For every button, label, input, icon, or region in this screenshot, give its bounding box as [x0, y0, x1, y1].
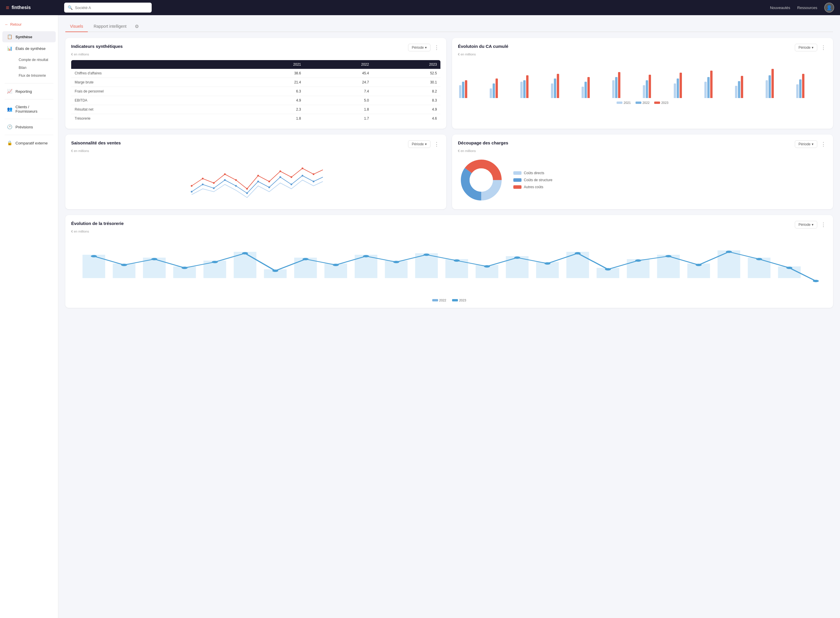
charges-subtitle: € en millions — [458, 149, 827, 153]
settings-gear-icon[interactable]: ⚙ — [135, 24, 139, 29]
legend-2022: 2022 — [636, 101, 650, 104]
saisonnalite-period-btn[interactable]: Période ▾ — [408, 140, 431, 148]
sidebar-item-reporting[interactable]: 📈 Reporting — [2, 86, 56, 97]
table-cell-label: Chiffres d'affaires — [71, 69, 237, 78]
saisonnalite-menu-btn[interactable]: ⋮ — [433, 141, 440, 147]
table-cell-2022: 7.4 — [305, 87, 372, 96]
avatar-button[interactable]: 👤 — [824, 3, 834, 13]
table-cell-2023: 4.9 — [372, 105, 440, 114]
sidebar-item-label: Synthèse — [15, 35, 33, 39]
etats-icon: 📊 — [7, 46, 13, 51]
dot — [212, 261, 218, 263]
ca-actions: Période ▾ ⋮ — [795, 44, 827, 51]
legend-2022: 2022 — [432, 299, 446, 302]
sidebar-item-label: Reporting — [15, 89, 32, 94]
card-charges: Découpage des charges Période ▾ ⋮ € en m… — [452, 135, 833, 209]
sidebar-item-synthese[interactable]: 📋 Synthèse — [2, 31, 56, 42]
dot — [665, 255, 671, 257]
period-label: Période — [799, 223, 810, 227]
sidebar-sub-item-bilan[interactable]: Bilan — [14, 64, 56, 71]
table-cell-2021: 38.6 — [237, 69, 305, 78]
tab-visuels[interactable]: Visuels — [65, 21, 88, 32]
sidebar-sub-item-compte[interactable]: Compte de résultat — [14, 56, 56, 64]
dot — [575, 252, 581, 254]
bar-2022 — [677, 79, 679, 98]
bar-2023 — [526, 75, 529, 98]
ca-period-btn[interactable]: Période ▾ — [795, 44, 817, 51]
donut-legend: Coûts directs Coûts de structure Autres … — [513, 171, 553, 189]
indicateurs-title: Indicateurs synthétiques — [71, 44, 123, 49]
bar-group — [643, 75, 673, 98]
main-content: Visuels Rapport intelligent ⚙ Indicateur… — [58, 15, 840, 618]
indicateurs-menu-btn[interactable]: ⋮ — [433, 45, 440, 51]
bar-group — [459, 80, 489, 98]
table-row: Chiffres d'affaires 38.6 45.4 52.5 — [71, 69, 440, 78]
bar-2021 — [459, 85, 461, 98]
period-label: Période — [412, 46, 424, 50]
card-header-saisonnalite: Saisonnalité des ventes Période ▾ ⋮ — [71, 140, 440, 148]
chevron-down-icon: ▾ — [425, 46, 427, 50]
dot — [213, 182, 215, 184]
line-2022 — [192, 176, 323, 193]
back-button[interactable]: ← Retour — [0, 20, 58, 29]
divider-4 — [4, 135, 53, 135]
tresorerie-menu-btn[interactable]: ⋮ — [819, 221, 827, 228]
indicateurs-period-btn[interactable]: Période ▾ — [408, 44, 431, 51]
bar-2021 — [551, 83, 553, 98]
back-arrow-icon: ← — [4, 22, 9, 27]
chevron-down-icon: ▾ — [812, 142, 813, 146]
divider-1 — [4, 83, 53, 83]
dot — [235, 185, 237, 187]
indicateurs-actions: Période ▾ ⋮ — [408, 44, 440, 51]
ca-subtitle: € en millions — [458, 52, 827, 56]
table-cell-2023: 4.6 — [372, 114, 440, 123]
dot — [213, 187, 215, 189]
sidebar-sub-item-flux[interactable]: Flux de trésorerie — [14, 72, 56, 79]
sidebar: ← Retour 📋 Synthèse 📊 États de synthèse … — [0, 15, 58, 618]
dot — [202, 178, 204, 180]
legend-2023: 2023 — [452, 299, 466, 302]
legend-label-autres: Autres coûts — [524, 185, 544, 189]
donut-center — [470, 168, 493, 192]
charges-period-btn[interactable]: Période ▾ — [795, 140, 817, 148]
table-row: Trésorerie 1.8 1.7 4.6 — [71, 114, 440, 123]
sidebar-item-clients[interactable]: 👥 Clients / Fournisseurs — [2, 102, 56, 116]
tresorerie-subtitle: € en millions — [71, 230, 827, 233]
dot — [786, 267, 793, 269]
bar-2023 — [802, 74, 804, 98]
charges-menu-btn[interactable]: ⋮ — [819, 141, 827, 147]
dot — [272, 270, 278, 272]
dot — [121, 264, 127, 266]
charges-title-group: Découpage des charges — [458, 140, 508, 145]
nav-link-ressources[interactable]: Ressources — [797, 6, 817, 10]
dot — [302, 175, 303, 177]
tab-bar: Visuels Rapport intelligent ⚙ — [65, 21, 833, 32]
tab-rapport[interactable]: Rapport intelligent — [89, 21, 131, 32]
ca-menu-btn[interactable]: ⋮ — [819, 45, 827, 51]
sidebar-item-label: Comparatif externe — [15, 141, 48, 145]
legend-label-directs: Coûts directs — [524, 171, 544, 175]
table-col-header-2023: 2023 — [372, 60, 440, 69]
table-cell-label: Résultat net — [71, 105, 237, 114]
etats-submenu: Compte de résultat Bilan Flux de trésore… — [0, 55, 58, 81]
nav-link-nouveautes[interactable]: Nouveautés — [770, 6, 790, 10]
sidebar-item-previsions[interactable]: 🕐 Prévisions — [2, 121, 56, 132]
dot — [756, 258, 762, 260]
search-box[interactable]: 🔍 — [64, 3, 152, 13]
sidebar-item-etats[interactable]: 📊 États de synthèse — [2, 43, 56, 54]
logo-text: finthesis — [12, 5, 31, 10]
dot — [302, 168, 303, 169]
tresorerie-period-btn[interactable]: Période ▾ — [795, 221, 817, 229]
tresorerie-title-group: Évolution de la trésorerie — [71, 221, 124, 226]
table-cell-2021: 1.8 — [237, 114, 305, 123]
tresorerie-actions: Période ▾ ⋮ — [795, 221, 827, 229]
sidebar-item-comparatif[interactable]: 🔒 Comparatif externe — [2, 137, 56, 149]
bar-2022 — [707, 77, 710, 98]
ca-title: Évolutoin du CA cumulé — [458, 44, 508, 49]
ca-legend: 2021 2022 2023 — [458, 101, 827, 104]
table-cell-2021: 2.3 — [237, 105, 305, 114]
search-input[interactable] — [75, 6, 148, 10]
comparatif-icon: 🔒 — [7, 140, 13, 146]
search-icon: 🔍 — [68, 5, 73, 10]
bar-2021 — [704, 82, 707, 98]
